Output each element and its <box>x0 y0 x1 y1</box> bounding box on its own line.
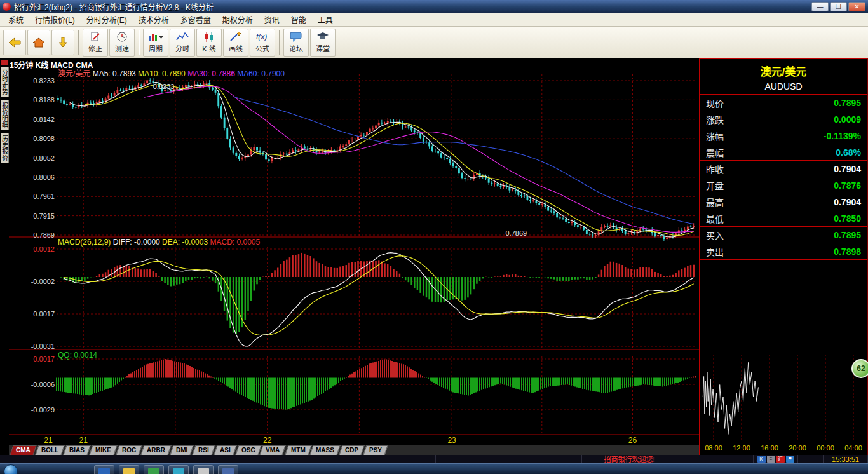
down-button[interactable] <box>51 30 74 55</box>
indicator-tab-mass[interactable]: MASS <box>310 445 341 455</box>
svg-text:0.8188: 0.8188 <box>33 96 55 104</box>
quote-row-open: 开盘0.7876 <box>700 177 867 194</box>
minimize-button[interactable]: — <box>811 2 829 11</box>
svg-text:22: 22 <box>263 436 272 445</box>
indicator-tab-bias[interactable]: BIAS <box>64 445 91 455</box>
quote-panel-spacer <box>700 260 867 353</box>
taskbar-app-3[interactable] <box>144 465 164 474</box>
mini-intraday-chart[interactable] <box>700 353 867 441</box>
menu-multi-window[interactable]: 多窗看盘 <box>175 12 217 27</box>
period-icon <box>147 31 164 43</box>
indicator-tab-mike[interactable]: MIKE <box>89 445 117 455</box>
indicator-tab-mtm[interactable]: MTM <box>285 445 311 455</box>
menu-intelligence[interactable]: 智能 <box>285 12 312 27</box>
svg-text:-0.0031: -0.0031 <box>31 342 55 350</box>
indicator-tab-arbr[interactable]: ARBR <box>141 445 172 455</box>
indicator-tab-cdp[interactable]: CDP <box>339 445 365 455</box>
tray-chart-icon[interactable]: K <box>757 456 766 463</box>
svg-text:-0.0029: -0.0029 <box>31 406 55 414</box>
notification-badge[interactable]: 62 <box>851 359 868 378</box>
status-segment <box>798 455 824 463</box>
svg-text:-0.0006: -0.0006 <box>31 381 55 388</box>
menu-timeshare-analysis[interactable]: 分时分析(E) <box>81 12 133 27</box>
indicator-tab-osc[interactable]: OSC <box>235 445 261 455</box>
indicator-tab-dmi[interactable]: DMI <box>170 445 194 455</box>
tray-flag-icon[interactable]: ⚑ <box>786 456 794 463</box>
mini-chart-frame <box>700 353 867 441</box>
chart-region: 0.82330.81880.81420.80980.80520.80060.79… <box>9 58 699 455</box>
menu-technical-analysis[interactable]: 技术分析 <box>133 12 175 27</box>
timeshare-button[interactable]: 分时 <box>170 29 195 57</box>
svg-text:QQ: 0.0014: QQ: 0.0014 <box>58 351 97 360</box>
tab-history-quotes[interactable]: 历史报价 <box>1 133 9 163</box>
tab-quote-detail[interactable]: 报价明细 <box>1 100 9 130</box>
quote-row-low: 最低0.7850 <box>700 210 867 227</box>
svg-text:0.8052: 0.8052 <box>33 154 55 162</box>
clock-icon <box>116 31 128 43</box>
tray-list-icon[interactable]: ≡ <box>767 456 775 463</box>
forum-button[interactable]: 论坛 <box>283 29 309 57</box>
svg-text:0.8142: 0.8142 <box>33 116 55 123</box>
status-bar: 招商银行欢迎您! K ≡ 汇 ⚑ 15:33:51 <box>0 455 868 463</box>
taskbar-app-5[interactable] <box>193 465 214 474</box>
quote-panel: 澳元/美元 AUDUSD 现价0.7895 涨跌0.0009 涨幅-0.1139… <box>699 58 868 455</box>
indicator-tab-rsi[interactable]: RSI <box>193 445 215 455</box>
back-button[interactable] <box>3 30 26 55</box>
classroom-button[interactable]: 课堂 <box>310 29 336 57</box>
indicator-tab-asi[interactable]: ASI <box>214 445 237 455</box>
taskbar-app-6[interactable] <box>218 465 238 474</box>
speech-bubble-icon <box>289 31 303 43</box>
menu-system[interactable]: 系统 <box>3 12 29 27</box>
toolbar-separator <box>78 30 79 55</box>
correct-icon <box>89 31 102 43</box>
quote-row-change-pct: 涨幅-0.1139% <box>700 128 867 144</box>
quote-row-prev-close: 昨收0.7904 <box>700 161 867 177</box>
svg-text:15分钟 K线 MACD CMA: 15分钟 K线 MACD CMA <box>10 60 93 70</box>
indicator-tab-vma[interactable]: VMA <box>260 445 286 455</box>
quote-row-bid: 买入0.7895 <box>700 227 867 243</box>
quote-row-last: 现价0.7895 <box>700 95 867 111</box>
period-button[interactable]: 周期 <box>143 29 168 57</box>
indicator-tab-boll[interactable]: BOLL <box>35 445 64 455</box>
taskbar-app-4[interactable] <box>168 465 189 474</box>
arrow-down-icon <box>56 37 70 48</box>
tab-timeshare-trend[interactable]: 分时走势 <box>1 67 9 97</box>
time-tick: 04:00 <box>844 444 862 452</box>
indicator-tab-cma[interactable]: CMA <box>10 445 37 455</box>
chart-mode-icon <box>1 60 8 65</box>
titlebar[interactable]: 招行外汇2(fxhq2) - 招商银行外汇通行情分析V2.8 - K线分析 — … <box>0 0 868 13</box>
tray-forex-icon[interactable]: 汇 <box>776 456 785 463</box>
pencil-icon <box>229 31 243 43</box>
menu-news[interactable]: 资讯 <box>259 12 285 27</box>
restore-button[interactable]: ❐ <box>830 2 847 11</box>
menu-tools[interactable]: 工具 <box>312 12 339 27</box>
clock: 15:33:51 <box>824 455 868 463</box>
menu-quotes[interactable]: 行情报价(L) <box>29 12 81 27</box>
correct-button[interactable]: 修正 <box>83 29 108 57</box>
formula-button[interactable]: f(x) 公式 <box>250 29 275 57</box>
time-tick: 20:00 <box>789 444 806 452</box>
quote-header: 澳元/美元 AUDUSD <box>700 59 867 95</box>
app-icon <box>3 3 11 11</box>
svg-text:0.8006: 0.8006 <box>33 173 55 181</box>
draw-line-button[interactable]: 画线 <box>223 29 248 57</box>
svg-text:0.7915: 0.7915 <box>33 212 55 220</box>
indicator-tab-roc[interactable]: ROC <box>116 445 142 455</box>
kline-macd-qq-chart[interactable]: 0.82330.81880.81420.80980.80520.80060.79… <box>9 58 699 445</box>
quote-row-amplitude: 震幅0.68% <box>700 144 867 161</box>
home-button[interactable] <box>27 30 50 55</box>
start-button[interactable] <box>4 464 18 474</box>
svg-text:MACD(26,12,9) DIFF: -0.0000: MACD(26,12,9) DIFF: -0.0000 DEA: -0.0003… <box>58 238 260 247</box>
windows-taskbar <box>0 463 868 474</box>
toolbar: 修正 测速 周期 分时 K 线 画线 f(x) 公式 论坛 <box>0 27 868 58</box>
menu-options-analysis[interactable]: 期权分析 <box>217 12 259 27</box>
taskbar-app-2[interactable] <box>119 465 139 474</box>
indicator-tab-psy[interactable]: PSY <box>363 445 388 455</box>
close-button[interactable]: ✕ <box>848 2 865 11</box>
kline-button[interactable]: K 线 <box>196 29 222 57</box>
status-segment <box>677 455 754 463</box>
candlestick-icon <box>202 31 216 43</box>
taskbar-app-1[interactable] <box>94 465 114 474</box>
toolbar-separator <box>139 30 139 55</box>
speed-test-button[interactable]: 测速 <box>109 29 135 57</box>
